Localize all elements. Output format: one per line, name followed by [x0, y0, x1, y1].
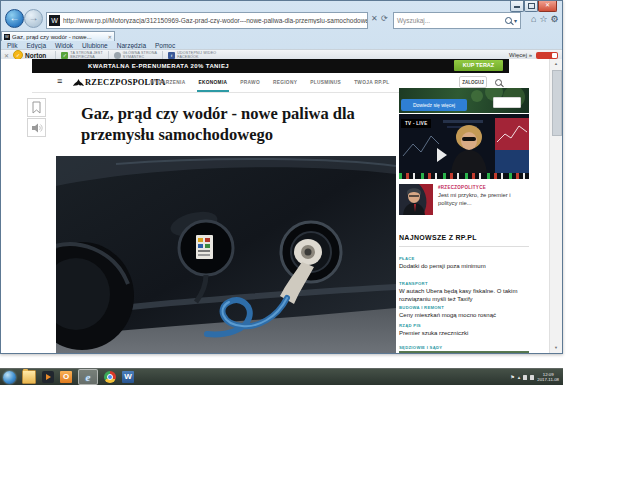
- browser-toolbar: ← → W http://www.rp.pl/Motoryzacja/31215…: [1, 1, 562, 31]
- language-flag-icon[interactable]: ⚑: [510, 374, 514, 380]
- more-menu[interactable]: Więcej »: [509, 52, 532, 58]
- article-title: Gaz, prąd czy wodór - nowe paliwa dla pr…: [81, 103, 399, 145]
- buy-now-button[interactable]: KUP TERAZ: [454, 60, 503, 71]
- listen-article-button[interactable]: [27, 118, 46, 137]
- news-category[interactable]: RZĄD PIS: [399, 323, 529, 328]
- explorer-taskbar-icon[interactable]: [22, 370, 36, 384]
- tv-live-video-thumbnail[interactable]: TV - LIVE: [399, 114, 529, 173]
- menu-item[interactable]: Ulubione: [82, 42, 108, 49]
- news-title[interactable]: Dodatki do pensji poza minimum: [399, 263, 529, 271]
- show-thumbnail[interactable]: [399, 184, 433, 215]
- news-item[interactable]: PŁACE Dodatki do pensji poza minimum: [399, 256, 529, 271]
- subscription-promo-bar: KWARTALNA E-PRENUMERATA 20% TANIEJ KUP T…: [32, 59, 509, 73]
- news-item[interactable]: TRANSPORT W autach Ubera będą kasy fiska…: [399, 281, 529, 303]
- chrome-taskbar-icon[interactable]: [104, 371, 116, 383]
- show-teaser-text[interactable]: Jest mi przykro, że premier i politycy n…: [438, 192, 528, 207]
- minimize-button[interactable]: [510, 1, 524, 12]
- tab-close-icon[interactable]: ✕: [108, 34, 112, 40]
- volume-icon[interactable]: [530, 375, 534, 380]
- menu-item[interactable]: Edycja: [26, 42, 46, 49]
- sidebar-ad-banner[interactable]: Dowiedz się więcej: [399, 88, 529, 113]
- site-search-icon[interactable]: [495, 79, 502, 86]
- back-button[interactable]: ←: [5, 9, 24, 28]
- news-title[interactable]: W autach Ubera będą kasy fiskalne. O tak…: [399, 288, 529, 303]
- stop-button[interactable]: ✕: [371, 15, 378, 23]
- start-button[interactable]: [3, 371, 16, 384]
- url-text: http://www.rp.pl/Motoryzacja/312150969-G…: [63, 17, 367, 24]
- latest-news-heading: NAJNOWSZE Z RP.PL: [399, 234, 477, 241]
- next-article-image: [399, 351, 529, 353]
- ad-secondary-button[interactable]: [493, 97, 521, 108]
- favorites-bookmark[interactable]: GŁÓWNA STRONASYMANTEC: [114, 51, 157, 59]
- nav-item-wydarzenia[interactable]: WYDARZENIA: [150, 73, 186, 92]
- facebook-icon: f: [168, 52, 175, 59]
- nav-item-prawo[interactable]: PRAWO: [240, 73, 260, 92]
- news-category[interactable]: PŁACE: [399, 256, 529, 261]
- home-icon[interactable]: ⌂: [531, 14, 536, 24]
- hamburger-menu-icon[interactable]: ≡: [57, 76, 62, 86]
- media-player-taskbar-icon[interactable]: [42, 371, 54, 383]
- safe-check-icon: ✓: [61, 52, 68, 59]
- scroll-down-icon[interactable]: ▼: [550, 343, 562, 353]
- browser-action-icons: ⌂ ☆ ⚙: [531, 14, 559, 24]
- network-icon[interactable]: [523, 375, 527, 380]
- news-item[interactable]: SĘDZIOWIE I SĄDY: [399, 345, 529, 350]
- scrollbar-thumb[interactable]: [552, 70, 562, 136]
- favorites-star-icon[interactable]: ☆: [539, 14, 547, 24]
- page-viewport: KWARTALNA E-PRENUMERATA 20% TANIEJ KUP T…: [1, 59, 562, 353]
- nav-links: WYDARZENIA EKONOMIA PRAWO REGIONY PLUSMI…: [150, 73, 389, 92]
- ie-icon: e: [82, 371, 94, 383]
- favorites-bookmark[interactable]: f UDOSTĘPNIJ WIDEOFACEBOOK: [168, 51, 216, 59]
- login-button[interactable]: ZALOGUJ: [459, 76, 487, 88]
- nav-item-twoja-rppl[interactable]: TWOJA RP.PL: [354, 73, 389, 92]
- nav-item-ekonomia[interactable]: EKONOMIA: [199, 73, 228, 92]
- settings-gear-icon[interactable]: ⚙: [551, 14, 559, 24]
- forward-button[interactable]: →: [24, 9, 43, 28]
- vertical-scrollbar[interactable]: ▲ ▼: [549, 59, 562, 353]
- window-controls: ✕: [510, 1, 557, 12]
- maximize-button[interactable]: [524, 1, 538, 12]
- norton-menu[interactable]: Norton: [25, 52, 46, 59]
- word-taskbar-icon[interactable]: W: [122, 371, 134, 383]
- menu-item[interactable]: Pomoc: [155, 42, 175, 49]
- news-title[interactable]: Premier szuka rzeczniczki: [399, 330, 529, 338]
- address-bar[interactable]: W http://www.rp.pl/Motoryzacja/312150969…: [46, 12, 368, 29]
- windows-taskbar: O e W ⚑ ▴ 12:09 2017-11-08: [0, 368, 563, 385]
- search-box[interactable]: Wyszukaj... ▾: [393, 12, 521, 29]
- bookmark-icon: [31, 101, 42, 114]
- divider: [399, 246, 529, 247]
- show-hidden-icons[interactable]: ▴: [518, 374, 521, 380]
- ad-cta-button[interactable]: Dowiedz się więcej: [401, 99, 467, 111]
- tab-favicon-icon: W: [4, 34, 10, 40]
- news-item[interactable]: RZĄD PIS Premier szuka rzeczniczki: [399, 323, 529, 338]
- refresh-button[interactable]: ⟳: [381, 15, 388, 23]
- outlook-taskbar-icon[interactable]: O: [60, 371, 72, 383]
- play-icon[interactable]: [437, 148, 447, 162]
- norton-safeweb-status[interactable]: ✓ TA STRONA JESTBEZPIECZNA: [61, 51, 103, 59]
- menu-item[interactable]: Narzędzia: [117, 42, 146, 49]
- news-category[interactable]: TRANSPORT: [399, 281, 529, 286]
- news-category[interactable]: SĘDZIOWIE I SĄDY: [399, 345, 529, 350]
- tv-live-badge: TV - LIVE: [401, 119, 431, 128]
- tab-title: Gaz, prąd czy wodór - nowe...: [12, 34, 106, 40]
- globe-icon: [114, 52, 121, 59]
- scroll-up-icon[interactable]: ▲: [550, 59, 562, 69]
- norton-safesearch-toggle[interactable]: [536, 52, 558, 59]
- news-item[interactable]: BUDOWA I REMONT Ceny mieszkań mogą mocno…: [399, 305, 529, 320]
- browser-tab[interactable]: W Gaz, prąd czy wodór - nowe... ✕: [1, 31, 115, 41]
- nav-item-regiony[interactable]: REGIONY: [273, 73, 297, 92]
- close-button[interactable]: ✕: [538, 1, 557, 12]
- internet-explorer-taskbar-icon-active[interactable]: e: [78, 369, 98, 385]
- bookmark-article-button[interactable]: [27, 98, 46, 117]
- menu-item[interactable]: Plik: [7, 42, 17, 49]
- search-dropdown-icon[interactable]: ▾: [514, 17, 517, 24]
- search-icon[interactable]: [505, 17, 512, 24]
- show-hashtag-label[interactable]: #RZECZOPOLITYCE: [438, 185, 486, 190]
- menu-item[interactable]: Widok: [55, 42, 73, 49]
- news-category[interactable]: BUDOWA I REMONT: [399, 305, 529, 310]
- news-title[interactable]: Ceny mieszkań mogą mocno rosnąć: [399, 312, 529, 320]
- taskbar-clock[interactable]: 12:09 2017-11-08: [537, 372, 559, 382]
- speaker-icon: [31, 122, 43, 134]
- nav-item-plusminus[interactable]: PLUSMINUS: [310, 73, 341, 92]
- toolbar-close-icon[interactable]: ✕: [4, 52, 9, 59]
